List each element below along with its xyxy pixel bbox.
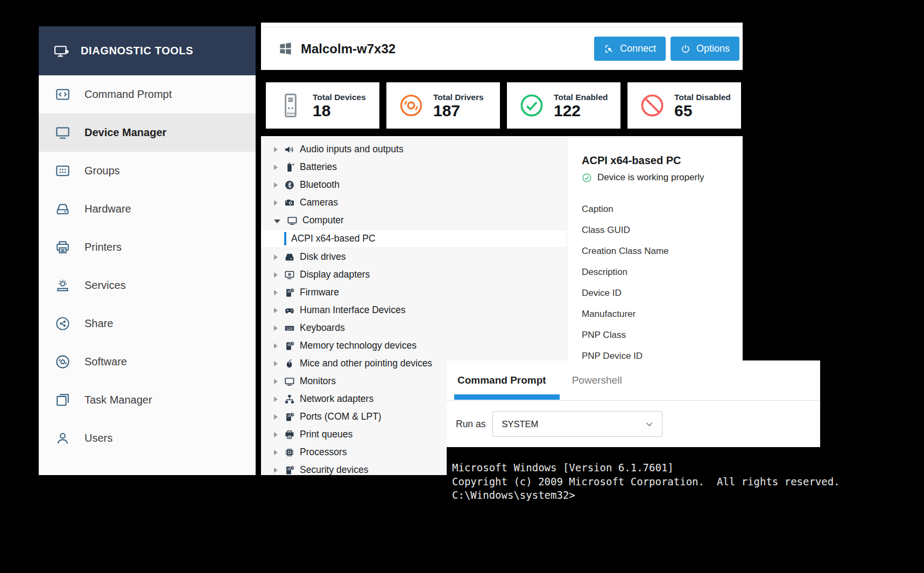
sidebar-item[interactable]: Task Manager — [39, 381, 256, 419]
services-gear-icon — [55, 278, 70, 293]
console-tab[interactable]: Command Prompt — [457, 374, 546, 386]
console-tab[interactable]: Powershell — [572, 374, 622, 386]
sidebar: DIAGNOSTIC TOOLS Command Prompt Device M… — [39, 26, 256, 475]
machine-header: Malcolm-w7x32 Connect Options — [261, 23, 743, 70]
tree-item[interactable]: Cameras — [261, 194, 567, 211]
tree-item-label: Computer — [302, 215, 344, 226]
monitors-icon — [284, 376, 295, 387]
tree-item-label: Network adapters — [300, 393, 373, 405]
device-field-label: Creation Class Name — [582, 240, 743, 261]
connect-button[interactable]: Connect — [594, 37, 666, 61]
run-as-row: Run as SYSTEM — [447, 401, 820, 447]
expand-arrow-icon[interactable] — [274, 361, 278, 366]
tree-item[interactable]: Bluetooth — [261, 176, 567, 194]
sidebar-item[interactable]: Groups — [39, 152, 256, 190]
stat-label: Total Enabled — [554, 93, 608, 102]
network-icon — [284, 394, 295, 405]
device-status-text: Device is working properly — [597, 172, 704, 183]
tree-item[interactable]: Audio inputs and outputs — [261, 140, 567, 158]
sidebar-item[interactable]: Software — [39, 343, 256, 381]
device-field-label: Description — [582, 261, 743, 282]
terminal-output[interactable]: Microsoft Windows [Version 6.1.7601]Copy… — [447, 447, 820, 512]
tree-item-label: Firmware — [300, 287, 339, 298]
terminal-line: Copyright (c) 2009 Microsoft Corporation… — [452, 475, 820, 489]
terminal-line: Microsoft Windows [Version 6.1.7601] — [452, 461, 820, 475]
device-field-label: Caption — [582, 199, 743, 220]
stat-cards: Total Devices 18 Total Drivers 187 Total… — [266, 82, 741, 129]
tree-item[interactable]: Display adapters — [261, 266, 567, 284]
device-status: Device is working properly — [582, 172, 743, 183]
blocked-icon — [639, 93, 665, 118]
disk-icon — [284, 252, 295, 263]
sidebar-item[interactable]: Share — [39, 305, 256, 343]
device-field-label: Manufacturer — [582, 303, 743, 324]
grid-folder-icon — [55, 163, 70, 179]
sidebar-item[interactable]: Services — [39, 266, 256, 305]
tree-item[interactable]: ? Memory technology devices — [261, 337, 567, 355]
svg-text:?: ? — [291, 412, 293, 416]
machine-name: Malcolm-w7x32 — [301, 41, 396, 56]
tree-item-label: Disk drives — [300, 251, 346, 263]
expand-arrow-icon[interactable] — [274, 450, 278, 455]
expand-arrow-icon[interactable] — [274, 414, 278, 420]
sidebar-item-label: Services — [84, 279, 126, 292]
sidebar-item[interactable]: Hardware — [39, 190, 256, 228]
run-as-select[interactable]: SYSTEM — [492, 411, 662, 437]
stat-value: 122 — [554, 103, 608, 119]
device-fields: CaptionClass GUIDCreation Class NameDesc… — [582, 199, 743, 366]
expand-arrow-icon[interactable] — [274, 290, 278, 295]
tree-item-label: Memory technology devices — [300, 340, 417, 351]
tree-item-label: Display adapters — [300, 269, 370, 280]
sidebar-item-label: Share — [84, 317, 113, 330]
expand-arrow-icon[interactable] — [274, 326, 278, 331]
computer-icon — [287, 215, 298, 226]
tree-item[interactable]: Batteries — [261, 158, 567, 176]
stat-card: Total Devices 18 — [266, 82, 379, 129]
sidebar-item[interactable]: Command Prompt — [39, 75, 256, 114]
power-icon — [680, 44, 691, 54]
device-field-label: Device ID — [582, 282, 743, 303]
expand-arrow-icon[interactable] — [274, 343, 278, 349]
stat-value: 187 — [433, 103, 484, 119]
tree-item[interactable]: Computer — [261, 211, 567, 229]
tree-item-label: Security devices — [300, 464, 368, 475]
console-tabs: Command PromptPowershell — [447, 360, 820, 401]
keyboard-icon — [284, 323, 295, 334]
expand-arrow-icon[interactable] — [274, 165, 278, 170]
svg-text:?: ? — [291, 288, 293, 292]
device-field-label: Class GUID — [582, 220, 743, 240]
header-buttons: Connect Options — [594, 37, 739, 61]
sidebar-item[interactable]: Users — [39, 419, 256, 457]
expand-arrow-icon[interactable] — [274, 200, 278, 206]
expand-arrow-icon[interactable] — [274, 308, 278, 313]
tree-item[interactable]: ACPI x64-based PC — [261, 229, 567, 248]
expand-arrow-icon[interactable] — [274, 379, 278, 384]
tree-item-label: Batteries — [300, 161, 337, 173]
tree-item[interactable]: Keyboards — [261, 319, 567, 337]
expand-arrow-icon[interactable] — [274, 220, 280, 223]
expand-arrow-icon[interactable] — [274, 272, 278, 278]
sidebar-item[interactable]: Printers — [39, 228, 256, 266]
options-button[interactable]: Options — [671, 37, 739, 61]
sidebar-item[interactable]: Device Manager — [39, 114, 256, 152]
expand-arrow-icon[interactable] — [274, 147, 278, 152]
tree-item[interactable]: Disk drives — [261, 248, 567, 266]
sidebar-item-label: Hardware — [84, 203, 131, 215]
memory-icon: ? — [284, 341, 295, 351]
expand-arrow-icon[interactable] — [274, 182, 278, 188]
device-title: ACPI x64-based PC — [582, 154, 743, 167]
tower-pc-icon — [278, 93, 304, 118]
sidebar-item-label: Printers — [84, 241, 122, 253]
tree-item[interactable]: ? Firmware — [261, 284, 567, 301]
expand-arrow-icon[interactable] — [274, 432, 278, 437]
tree-item-label: Processors — [300, 447, 347, 458]
svg-text:?: ? — [291, 341, 293, 345]
sidebar-item-label: Command Prompt — [84, 88, 172, 101]
expand-arrow-icon[interactable] — [274, 468, 278, 473]
expand-arrow-icon[interactable] — [274, 254, 278, 260]
expand-arrow-icon[interactable] — [274, 397, 278, 402]
tree-item[interactable]: Human Interface Devices — [261, 301, 567, 319]
sidebar-item-label: Software — [84, 356, 127, 368]
stat-label: Total Devices — [313, 93, 366, 102]
connect-cursor-icon — [604, 44, 615, 54]
